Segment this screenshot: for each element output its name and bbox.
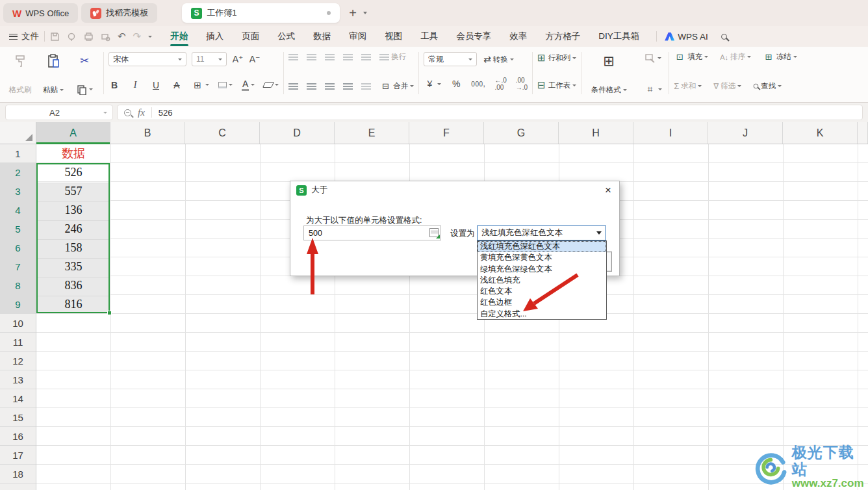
paste-button[interactable]: 粘贴	[36, 52, 70, 95]
cell-A1[interactable]: 数据	[36, 144, 110, 163]
font-size-select[interactable]: 11	[192, 52, 227, 66]
ribbon-tab-页面[interactable]: 页面	[233, 26, 268, 47]
merge-cells-icon[interactable]: ⊟	[379, 81, 391, 91]
export-icon[interactable]	[67, 32, 77, 42]
print-preview-icon[interactable]	[101, 32, 110, 42]
format-combobox[interactable]: 浅红填充色深红色文本	[477, 226, 606, 240]
fill-color-icon[interactable]	[218, 82, 227, 88]
align-middle-icon[interactable]	[307, 54, 316, 60]
column-header-K[interactable]: K	[783, 122, 858, 144]
fill-button[interactable]: ⊡填充	[674, 52, 708, 62]
underline-button[interactable]: U	[150, 80, 162, 90]
number-format-select[interactable]: 常规	[424, 52, 477, 66]
row-header-19[interactable]: 19	[0, 484, 36, 490]
decrease-decimal-button[interactable]: .00→.0	[516, 77, 528, 91]
column-header-G[interactable]: G	[484, 122, 559, 144]
select-all-corner[interactable]	[0, 122, 36, 144]
align-top-icon[interactable]	[288, 54, 298, 60]
justify-icon[interactable]	[343, 83, 353, 90]
row-header-14[interactable]: 14	[0, 389, 36, 408]
ribbon-tab-视图[interactable]: 视图	[376, 26, 411, 47]
row-header-1[interactable]: 1	[0, 144, 36, 163]
increase-font-button[interactable]: A⁺	[232, 54, 244, 64]
column-header-partial[interactable]	[858, 122, 868, 144]
row-header-2[interactable]: 2	[0, 163, 36, 182]
column-header-D[interactable]: D	[260, 122, 335, 144]
row-header-7[interactable]: 7	[0, 257, 36, 276]
fill-handle[interactable]	[107, 311, 112, 315]
file-menu[interactable]: 文件	[9, 31, 39, 42]
ribbon-tab-工具[interactable]: 工具	[411, 26, 447, 47]
dropdown-option-7[interactable]: 自定义格式...	[478, 309, 606, 320]
ribbon-tab-DIY工具箱[interactable]: DIY工具箱	[589, 26, 648, 47]
italic-button[interactable]: I	[129, 80, 141, 90]
row-header-4[interactable]: 4	[0, 201, 36, 220]
ribbon-tab-方方格子[interactable]: 方方格子	[536, 26, 589, 47]
range-picker-icon[interactable]	[429, 228, 439, 237]
row-header-5[interactable]: 5	[0, 220, 36, 239]
tab-wps-office[interactable]: W WPS Office	[3, 3, 78, 23]
bold-button[interactable]: B	[108, 80, 120, 90]
column-header-H[interactable]: H	[559, 122, 633, 144]
find-button[interactable]: 查找	[753, 81, 782, 91]
increase-indent-icon[interactable]	[361, 54, 371, 60]
conditional-format-button[interactable]: 条件格式	[591, 85, 627, 95]
text-orientation-icon[interactable]	[361, 83, 371, 90]
paste-chevron-icon[interactable]	[60, 89, 64, 91]
column-header-F[interactable]: F	[409, 122, 484, 144]
undo-icon[interactable]: ↶	[118, 31, 126, 42]
dropdown-option-1[interactable]: 浅红填充色深红色文本	[478, 241, 606, 252]
row-header-15[interactable]: 15	[0, 408, 36, 427]
filter-button[interactable]: ∇筛选	[713, 81, 741, 91]
ribbon-tab-数据[interactable]: 数据	[304, 26, 340, 47]
copy-icon[interactable]	[77, 84, 87, 95]
row-header-11[interactable]: 11	[0, 333, 36, 352]
column-header-B[interactable]: B	[110, 122, 185, 144]
dropdown-option-5[interactable]: 红色文本	[478, 286, 606, 297]
align-left-icon[interactable]	[288, 83, 298, 90]
font-family-select[interactable]: 宋体	[108, 52, 186, 66]
row-header-9[interactable]: 9	[0, 295, 36, 314]
quick-access-chevron-icon[interactable]	[148, 36, 152, 38]
search-icon[interactable]	[721, 34, 727, 40]
tab-docer-templates[interactable]: 找稻壳模板	[81, 3, 157, 23]
ribbon-tab-会员专享[interactable]: 会员专享	[447, 26, 500, 47]
tab-workbook1[interactable]: S 工作簿1	[182, 3, 340, 23]
ribbon-tab-开始[interactable]: 开始	[161, 26, 197, 47]
row-header-6[interactable]: 6	[0, 239, 36, 257]
strikethrough-button[interactable]: A	[171, 80, 183, 90]
row-header-12[interactable]: 12	[0, 352, 36, 370]
name-box[interactable]: A2	[5, 105, 113, 120]
decrease-font-button[interactable]: A⁻	[249, 54, 261, 64]
currency-button[interactable]: ¥	[424, 79, 435, 89]
increase-decimal-button[interactable]: ←.0.00	[494, 77, 506, 91]
dropdown-option-3[interactable]: 绿填充色深绿色文本	[478, 264, 606, 275]
row-header-13[interactable]: 13	[0, 370, 36, 389]
sum-button[interactable]: Σ求和	[674, 81, 702, 91]
format-painter-button[interactable]: 格式刷	[4, 52, 36, 95]
close-icon[interactable]: ×	[603, 185, 613, 196]
worksheet-button[interactable]: 工作表	[548, 81, 577, 90]
column-header-E[interactable]: E	[335, 122, 409, 144]
column-header-A[interactable]: A	[36, 122, 110, 144]
dialog-title-bar[interactable]: S 大于 ×	[290, 181, 619, 199]
new-tab-button[interactable]: +	[349, 6, 357, 21]
draw-border-icon[interactable]: ⌗	[645, 84, 656, 95]
font-color-icon[interactable]: A	[242, 79, 249, 91]
thousands-button[interactable]: 000,	[471, 79, 485, 88]
column-header-I[interactable]: I	[633, 122, 708, 144]
wrap-text-icon[interactable]	[379, 54, 389, 60]
redo-icon[interactable]: ↷	[133, 31, 142, 42]
align-center-icon[interactable]	[307, 83, 316, 90]
borders-button[interactable]: ⊞	[192, 80, 203, 90]
row-header-3[interactable]: 3	[0, 182, 36, 201]
row-header-17[interactable]: 17	[0, 446, 36, 465]
copy-chevron-icon[interactable]	[89, 88, 93, 90]
wps-ai-button[interactable]: WPS AI	[665, 32, 708, 42]
ribbon-tab-效率[interactable]: 效率	[500, 26, 536, 47]
row-header-16[interactable]: 16	[0, 427, 36, 446]
threshold-input[interactable]	[303, 226, 441, 240]
ribbon-tab-插入[interactable]: 插入	[197, 26, 233, 47]
tab-list-chevron-icon[interactable]	[363, 12, 367, 14]
percent-button[interactable]: %	[450, 79, 462, 89]
